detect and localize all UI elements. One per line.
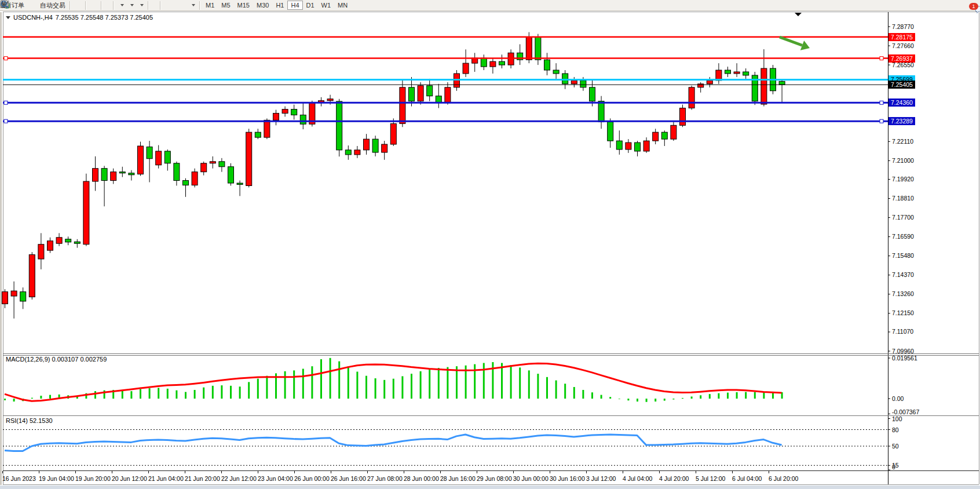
chart-shift-button[interactable] <box>107 0 111 10</box>
candle-body <box>354 150 360 155</box>
candle-body <box>101 169 107 181</box>
mt4-window: 新订单 自动交易 <box>0 0 980 489</box>
timeframe-d1-button[interactable]: D1 <box>303 1 318 10</box>
candle-body <box>409 87 415 101</box>
price-scale-tick: 7.12150 <box>892 309 914 316</box>
candle-body <box>337 101 342 150</box>
periods-button[interactable] <box>126 0 136 10</box>
level-line-handle <box>4 119 8 123</box>
time-axis-label: 20 Jun 12:00 <box>112 475 147 482</box>
candle-body <box>553 70 559 74</box>
time-axis-label: 28 Jun 16:00 <box>440 475 476 482</box>
candle-body <box>138 146 144 174</box>
candle-body <box>192 172 198 185</box>
timeframe-m5-button[interactable]: M5 <box>218 1 233 10</box>
templates-button[interactable] <box>136 0 145 10</box>
candle-body <box>761 68 767 104</box>
price-scale-tick: 7.11070 <box>892 328 913 335</box>
candle-body <box>734 72 740 74</box>
candle-body <box>255 132 261 137</box>
timeframe-mn-button[interactable]: MN <box>334 1 351 10</box>
time-axis-label: 28 Jun 00:00 <box>404 475 439 482</box>
price-tag: 7.24360 <box>888 98 915 107</box>
price-scale-tick: 7.19920 <box>892 176 914 183</box>
time-axis-label: 29 Jun 08:00 <box>477 475 512 482</box>
level-line-handle <box>880 57 883 60</box>
level-line-handle <box>880 119 883 123</box>
candle-body <box>129 173 134 175</box>
candle-body <box>83 181 89 244</box>
candle-body <box>490 61 496 67</box>
candle-body <box>427 86 433 96</box>
candle-body <box>210 162 215 163</box>
candle-body <box>273 113 279 120</box>
candle-body <box>653 132 659 141</box>
chart-canvas[interactable] <box>0 0 980 489</box>
window-bottom-strip <box>0 486 980 489</box>
timeframe-m15-button[interactable]: M15 <box>234 1 253 10</box>
tile-windows-button[interactable] <box>95 0 98 10</box>
time-axis-label: 5 Jul 12:00 <box>696 475 725 482</box>
toolbar-separator <box>85 1 86 10</box>
dropdown-arrow-icon <box>120 4 124 6</box>
candle-body <box>201 163 207 172</box>
candle-body <box>20 292 26 301</box>
candle-body <box>47 241 53 250</box>
candle-body <box>418 86 423 101</box>
toolbar-separator <box>160 1 160 10</box>
price-scale-tick: 7.15480 <box>892 252 914 259</box>
price-scale-tick: 7.09960 <box>892 348 914 355</box>
level-line-handle <box>4 101 8 104</box>
crosshair-tool-button[interactable] <box>154 0 158 10</box>
candle-body <box>282 110 288 114</box>
autotrading-button[interactable]: 自动交易 <box>36 0 67 10</box>
time-axis-label: 30 Jun 00:00 <box>513 475 548 482</box>
candle-body <box>635 143 641 151</box>
rsi-indicator-label: RSI(14) 52.1530 <box>6 417 53 424</box>
candle-body <box>156 151 162 165</box>
line-chart-button[interactable] <box>79 0 83 10</box>
level-line-handle <box>880 101 883 104</box>
candle-body <box>499 61 505 65</box>
price-scale-tick: 7.22110 <box>892 138 913 145</box>
candle-body <box>237 183 243 184</box>
candle-body <box>680 108 686 126</box>
dropdown-arrow-icon <box>130 4 134 6</box>
price-scale-tick: 7.13260 <box>892 290 914 297</box>
candle-body <box>390 123 396 144</box>
macd-indicator-label: MACD(12,26,9) 0.003107 0.002759 <box>6 356 107 363</box>
toolbar-separator <box>148 1 148 10</box>
time-axis-label: 30 Jun 16:00 <box>550 475 585 482</box>
candle-body <box>661 132 667 139</box>
chart-shift-marker[interactable] <box>795 13 802 16</box>
time-axis-label: 19 Jun 20:00 <box>75 475 111 482</box>
macd-scale-tick: 0.019561 <box>892 355 917 362</box>
candle-body <box>382 144 387 152</box>
candle-body <box>671 125 677 139</box>
candle-body <box>779 81 785 85</box>
timeframe-h4-button[interactable]: H4 <box>287 1 302 10</box>
candle-body <box>608 122 613 141</box>
price-tag: 7.28175 <box>888 33 915 41</box>
price-scale-tick: 7.21000 <box>892 157 914 164</box>
timeframe-h1-button[interactable]: H1 <box>272 1 287 10</box>
chart-symbol-period: USDCNH-,H4 <box>13 14 53 21</box>
time-axis-label: 6 Jul 04:00 <box>732 475 762 482</box>
time-axis-label: 4 Jul 04:00 <box>623 475 652 482</box>
candle-body <box>725 70 731 74</box>
candle-body <box>598 101 604 122</box>
timeframe-m30-button[interactable]: M30 <box>253 1 272 10</box>
candle-body <box>590 87 595 101</box>
time-axis-label: 21 Jun 04:00 <box>148 475 184 482</box>
macd-scale-tick: 0.00 <box>892 395 904 402</box>
candle-body <box>707 81 712 84</box>
rsi-scale-tick: 100 <box>892 415 902 422</box>
indicators-button[interactable] <box>116 0 126 10</box>
timeframe-m1-button[interactable]: M1 <box>202 1 218 10</box>
price-scale-tick: 7.14370 <box>892 271 914 278</box>
time-axis-label: 27 Jun 08:00 <box>367 475 403 482</box>
timeframe-w1-button[interactable]: W1 <box>318 1 335 10</box>
arrows-tool-button[interactable] <box>187 0 197 10</box>
candle-body <box>65 239 71 242</box>
chart-ohlc-values: 7.25535 7.25548 7.25373 7.25405 <box>56 14 153 21</box>
